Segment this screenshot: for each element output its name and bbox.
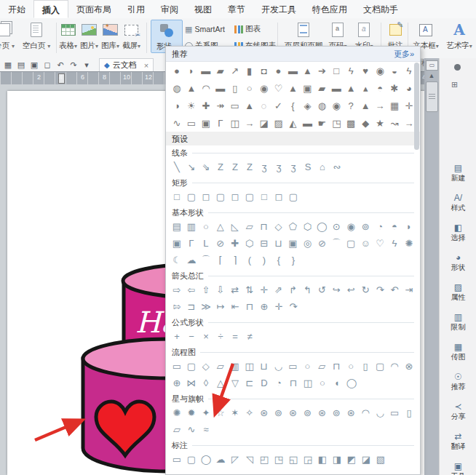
tab-home[interactable]: 开始 xyxy=(0,0,33,18)
shape-swatch[interactable]: ☾ xyxy=(170,252,184,268)
shape-swatch[interactable]: ◒ xyxy=(387,63,402,79)
shape-swatch[interactable]: △ xyxy=(213,218,228,235)
shape-swatch[interactable]: ʒ xyxy=(257,159,271,175)
shape-swatch[interactable]: ✺ xyxy=(170,404,184,421)
shape-swatch[interactable]: ▲ xyxy=(344,80,358,97)
sidebar-item-restrict[interactable]: ▥ 限制 xyxy=(440,312,476,332)
shape-swatch[interactable]: ◲ xyxy=(301,451,315,468)
shape-swatch[interactable]: ▬ xyxy=(300,115,314,132)
ruler-toggle-button[interactable]: ▭ xyxy=(426,60,438,71)
shape-swatch[interactable]: ▧ xyxy=(373,451,388,468)
qat-more-icon[interactable]: ▾ xyxy=(82,60,92,70)
shape-swatch[interactable]: ↪ xyxy=(329,282,344,298)
shape-swatch[interactable]: ◧ xyxy=(315,451,330,468)
sidebar-item-recommend[interactable]: ☉ 推荐 xyxy=(440,372,476,391)
shape-swatch[interactable]: ⋈ xyxy=(184,375,199,391)
sidebar-item-shapes[interactable]: ◕ 形状 xyxy=(440,252,476,272)
close-icon[interactable]: × xyxy=(144,61,148,70)
shape-swatch[interactable]: ✶ xyxy=(228,404,242,421)
shape-swatch[interactable]: { xyxy=(286,97,301,114)
shape-swatch[interactable]: ◌ xyxy=(257,97,271,114)
shape-swatch[interactable]: ◡ xyxy=(271,358,286,375)
shape-swatch[interactable]: ⇄ xyxy=(228,282,242,298)
shape-swatch[interactable]: ◪ xyxy=(257,115,271,132)
undo-icon[interactable]: ↶ xyxy=(55,60,66,70)
shape-swatch[interactable]: Z xyxy=(228,159,242,175)
shape-swatch[interactable]: ∿ xyxy=(170,115,184,132)
shape-swatch[interactable]: ✺ xyxy=(402,235,416,252)
shape-swatch[interactable]: ◰ xyxy=(257,451,271,468)
shape-swatch[interactable]: ◯ xyxy=(314,218,329,235)
shape-swatch[interactable]: ʒ xyxy=(286,159,301,175)
shape-swatch[interactable]: ✦ xyxy=(199,404,213,421)
screenshot-button[interactable]: 截屏▾ xyxy=(121,20,142,51)
shape-swatch[interactable]: ▯ xyxy=(228,80,242,97)
shape-swatch[interactable]: □ xyxy=(170,188,184,205)
shape-swatch[interactable]: ◩ xyxy=(344,451,359,468)
shape-swatch[interactable]: ◗ xyxy=(402,218,416,235)
shape-swatch[interactable]: ▣ xyxy=(300,80,314,97)
shape-swatch[interactable]: ◠ xyxy=(358,404,373,421)
shape-swatch[interactable]: ◖ xyxy=(330,375,344,391)
shape-swatch[interactable]: □ xyxy=(257,188,271,205)
shape-swatch[interactable]: ✹ xyxy=(184,404,199,421)
shape-swatch[interactable]: ? xyxy=(344,97,358,114)
shape-swatch[interactable]: ÷ xyxy=(213,328,228,345)
shape-swatch[interactable]: ⇘ xyxy=(199,159,213,175)
shape-swatch[interactable]: ▲ xyxy=(358,97,373,114)
shape-swatch[interactable]: ◘ xyxy=(257,63,271,79)
shape-swatch[interactable]: ▲ xyxy=(300,63,314,79)
shape-swatch[interactable]: ▲ xyxy=(242,97,257,114)
shape-swatch[interactable]: ϟ xyxy=(344,63,358,79)
shape-swatch[interactable]: → xyxy=(373,97,387,114)
shape-swatch[interactable]: S xyxy=(301,159,315,175)
shape-swatch[interactable]: ○ xyxy=(315,375,330,391)
shape-swatch[interactable]: ◳ xyxy=(271,451,286,468)
shape-swatch[interactable]: ☆ xyxy=(213,404,228,421)
shape-swatch[interactable]: ☁ xyxy=(184,252,199,268)
shape-swatch[interactable]: ↻ xyxy=(358,282,373,298)
shape-swatch[interactable]: ▢ xyxy=(373,358,387,375)
table-button[interactable]: 表格▾ xyxy=(57,20,79,51)
shape-swatch[interactable]: ▥ xyxy=(228,358,242,375)
shape-swatch[interactable]: ↰ xyxy=(300,282,314,298)
shape-swatch[interactable]: ⬡ xyxy=(242,235,257,252)
shape-swatch[interactable]: ⬡ xyxy=(300,218,314,235)
tab-special-features[interactable]: 特色应用 xyxy=(304,0,355,18)
panel-scrollbar[interactable] xyxy=(414,63,419,150)
shape-swatch[interactable]: ○ xyxy=(199,218,213,235)
shape-swatch[interactable]: ▢ xyxy=(184,188,199,205)
sidebar-item-share[interactable]: ≺ 分享 xyxy=(440,402,476,421)
page-break-button[interactable]: 分页 ▾ xyxy=(0,20,20,51)
shape-swatch[interactable]: ○ xyxy=(300,358,314,375)
shape-swatch[interactable]: ⌒ xyxy=(329,235,344,252)
shape-swatch[interactable]: ▬ xyxy=(286,63,301,79)
shape-swatch[interactable]: ∿ xyxy=(184,421,199,438)
redo-icon[interactable]: ↷ xyxy=(68,60,79,70)
shape-swatch[interactable]: ◻ xyxy=(228,188,242,205)
shape-swatch[interactable]: ▤ xyxy=(170,218,184,235)
shape-swatch[interactable]: ⌈ xyxy=(213,252,228,268)
shape-swatch[interactable]: ◻ xyxy=(271,188,286,205)
shape-swatch[interactable]: ▱ xyxy=(213,358,228,375)
shape-swatch[interactable]: ▢ xyxy=(184,451,199,468)
shape-swatch[interactable]: ▢ xyxy=(344,235,358,252)
shape-swatch[interactable]: ▴ xyxy=(358,80,373,97)
shape-swatch[interactable]: ✛ xyxy=(271,298,286,315)
shape-swatch[interactable]: ▣ xyxy=(286,235,301,252)
shape-swatch[interactable]: ◨ xyxy=(330,451,344,468)
shape-swatch[interactable]: ⊚ xyxy=(271,404,286,421)
shape-swatch[interactable]: ⌒ xyxy=(199,252,213,268)
shape-swatch[interactable]: ◠ xyxy=(387,358,402,375)
shape-swatch[interactable]: ▰ xyxy=(213,63,228,79)
shape-swatch[interactable]: ⇧ xyxy=(199,282,213,298)
sidebar-item-upload-image[interactable]: ▦ 传图 xyxy=(440,342,476,362)
shape-swatch[interactable]: ▢ xyxy=(242,188,257,205)
tab-review[interactable]: 审阅 xyxy=(153,0,186,18)
wordart-button[interactable]: A 艺术字▾ xyxy=(443,20,475,51)
shape-swatch[interactable]: ✧ xyxy=(242,404,257,421)
shape-swatch[interactable]: ▢ xyxy=(184,358,199,375)
shape-swatch[interactable]: ⊓ xyxy=(286,375,301,391)
tab-insert[interactable]: 插入 xyxy=(33,0,68,18)
shape-swatch[interactable]: ▭ xyxy=(170,451,184,468)
